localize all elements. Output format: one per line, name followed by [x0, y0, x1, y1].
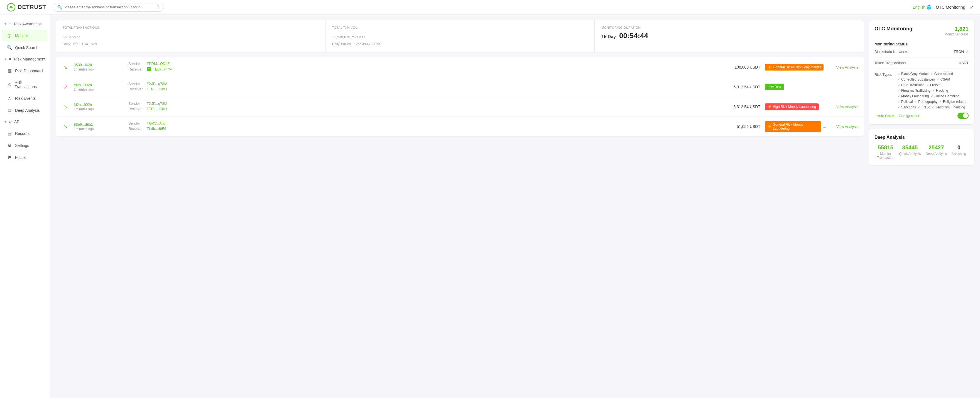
view-analysis-button[interactable]: View Analysis — [836, 105, 858, 109]
check-icon: ✓ — [932, 105, 935, 109]
tx-parties: Sender TXJP...q78M Receiver TTPL...iGbU — [128, 82, 717, 92]
stat-duration: MONITORING DURATION 15 Day 00:54:44 — [595, 20, 864, 52]
sender-label: Sender — [128, 121, 145, 125]
check-icon: ✓ — [932, 89, 935, 93]
sidebar-item-quick-search[interactable]: 🔍 Quick Search — [2, 42, 48, 53]
tx-hash[interactable]: 88b9...d8b1 — [74, 122, 124, 126]
receiver-address[interactable]: TLdb...48F6 — [147, 126, 166, 131]
sender-address[interactable]: TXJP...q78M — [147, 82, 167, 86]
sender-address[interactable]: TGKV...Ahci — [147, 121, 166, 125]
check-icon: ✓ — [897, 94, 900, 98]
check-icon: ✓ — [897, 105, 900, 109]
risk-tag: ✓Controlled Substances — [897, 77, 935, 82]
sidebar-section-risk-awareness[interactable]: ▾ ⊙ Risk Awareness — [0, 19, 50, 29]
chevron-down-icon: ▾ — [5, 22, 6, 26]
risk-tag-label: Pornography — [918, 100, 937, 104]
more-button[interactable]: ... — [823, 124, 826, 129]
tx-sender: Sender TGKV...Ahci — [128, 121, 717, 125]
sidebar-item-deep-analysis[interactable]: ▤ Deep Analysis — [2, 105, 48, 116]
check-icon: ✓ — [926, 83, 929, 87]
tx-hash[interactable]: 3539...f42b — [74, 63, 124, 67]
tx-sender: Sender TXJP...q78M — [128, 101, 717, 105]
help-icon[interactable]: ? — [157, 5, 159, 10]
sender-address[interactable]: TXJP...q78M — [147, 101, 167, 105]
sidebar-api-label: API — [14, 120, 21, 124]
sidebar-section-risk-management[interactable]: ▾ ✕ Risk Management — [0, 54, 50, 64]
toggle-dot — [963, 113, 968, 118]
refresh-icon[interactable]: ⇄ — [966, 50, 969, 54]
check-icon: ✓ — [918, 105, 920, 109]
sidebar-item-risk-dashboard[interactable]: ▦ Risk Dashboard — [2, 65, 48, 76]
monitoring-status-title: Monitoring Status — [875, 42, 969, 46]
tx-sender: Sender TXJP...q78M — [128, 82, 717, 86]
deep-stat-label: Deep Analysis — [926, 152, 947, 156]
check-icon: ✓ — [937, 77, 939, 82]
receiver-address[interactable]: TTPL...iGbU — [147, 107, 167, 111]
tx-receiver: Receiver T TE6k...FrYv — [128, 67, 717, 71]
sidebar-settings-label: Settings — [15, 143, 29, 148]
risk-tag-label: Religion-related — [943, 100, 966, 104]
deep-analysis-icon: ▤ — [7, 107, 12, 113]
stat-daily-vol: Daily Txn Vol.：255,490,702USD — [332, 42, 588, 46]
receiver-address[interactable]: TTPL...iGbU — [147, 87, 167, 91]
sidebar-risk-management-label: Risk Management — [14, 57, 45, 61]
sidebar-item-settings[interactable]: ⚙ Settings — [2, 140, 48, 151]
arrow-down-icon: ↘ — [64, 123, 68, 129]
tx-hash[interactable]: fd2a...992b — [74, 102, 124, 107]
txns-unit: txns — [74, 35, 80, 39]
page-title-nav: OTC Monitoring — [936, 5, 965, 10]
view-analysis-button[interactable]: View Analysis — [836, 65, 858, 69]
more-button[interactable]: ... — [821, 104, 824, 109]
language-selector[interactable]: English 🌐 — [913, 5, 931, 10]
tx-action: - — [830, 85, 858, 89]
monitor-header: OTC Monitoring 1,821 Monitor Address — [875, 26, 969, 36]
risk-tag-label: Gore-related — [934, 72, 953, 76]
table-row: ↗ fd2a...992b 1minutes ago Sender TXJP..… — [56, 77, 864, 97]
receiver-address[interactable]: TE6k...FrYv — [153, 67, 172, 71]
sidebar-focus-label: Focus — [15, 155, 25, 160]
deep-stat: 25427 Deep Analysis — [926, 144, 947, 160]
configuration-link[interactable]: Configuration — [899, 114, 920, 118]
table-row: ↘ fd2a...992b 1minutes ago Sender TXJP..… — [56, 97, 864, 117]
tx-receiver: Receiver TTPL...iGbU — [128, 107, 717, 111]
check-icon: ✓ — [897, 100, 900, 104]
stat-total-txns: TOTAL TRANSACTIONS 55,815txns Daily Txns… — [56, 20, 325, 52]
main-content: TOTAL TRANSACTIONS 55,815txns Daily Txns… — [50, 14, 980, 398]
events-icon: △ — [7, 96, 12, 101]
tx-info: 88b9...d8b1 1minutes ago — [74, 122, 124, 131]
tx-parties: Sender TXJP...q78M Receiver TTPL...iGbU — [128, 101, 717, 112]
sender-label: Sender — [128, 101, 145, 105]
sidebar-risk-transactions-label: Risk Transactions — [15, 80, 43, 89]
risk-tag: ✓Online Gambling — [931, 94, 959, 98]
blockchain-label: Blockchain Networks — [875, 50, 908, 54]
tx-hash[interactable]: fd2a...992b — [74, 83, 124, 87]
sidebar-item-records[interactable]: ▤ Records — [2, 128, 48, 139]
sender-label: Sender — [128, 62, 145, 66]
risk-mgmt-icon: ✕ — [8, 57, 12, 61]
tx-badge-area: ⚡ General Risk-Black/Gray Market — [765, 64, 826, 70]
table-row: ↘ 3539...f42b 1minutes ago Sender TPDM..… — [56, 57, 864, 77]
search-input[interactable] — [64, 5, 154, 9]
stat-daily-txns: Daily Txns：1,141 txns — [63, 42, 318, 46]
sidebar-section-api[interactable]: ▾ ⚙ API — [0, 117, 50, 127]
risk-tag-label: Terrorism Financing — [936, 105, 965, 109]
monitor-title: OTC Monitoring — [875, 26, 912, 32]
sidebar-quick-search-label: Quick Search — [15, 45, 38, 50]
view-analysis-button[interactable]: View Analysis — [836, 125, 858, 129]
blockchain-value: TRON ⇄ — [953, 50, 969, 54]
sidebar-item-monitor[interactable]: ◎ Monitor — [2, 30, 48, 41]
tx-direction-arrow: ↘ — [62, 103, 69, 111]
logo-icon — [7, 3, 16, 12]
sidebar-item-focus[interactable]: ⚑ Focus — [2, 152, 48, 163]
chevron-down-icon3: ▾ — [5, 120, 6, 124]
sidebar-item-risk-transactions[interactable]: ⚠ Risk Transactions — [2, 77, 48, 92]
risk-tags: ✓Black/Gray Market✓Gore-related✓Controll… — [897, 72, 969, 109]
search-bar[interactable]: 🔍 ? — [52, 3, 164, 12]
badge-text: General Risk-Money Laundering — [773, 123, 818, 130]
stat-duration-days: 15 Day — [601, 34, 616, 39]
auto-check-toggle[interactable] — [958, 113, 969, 119]
stat-total-vol-label: TOTAL TXN VOL. — [332, 26, 588, 29]
sender-address[interactable]: TPDM...QD4Z — [147, 62, 170, 66]
sidebar-item-risk-events[interactable]: △ Risk Events — [2, 93, 48, 104]
expand-icon[interactable]: ⤢ — [970, 5, 973, 10]
